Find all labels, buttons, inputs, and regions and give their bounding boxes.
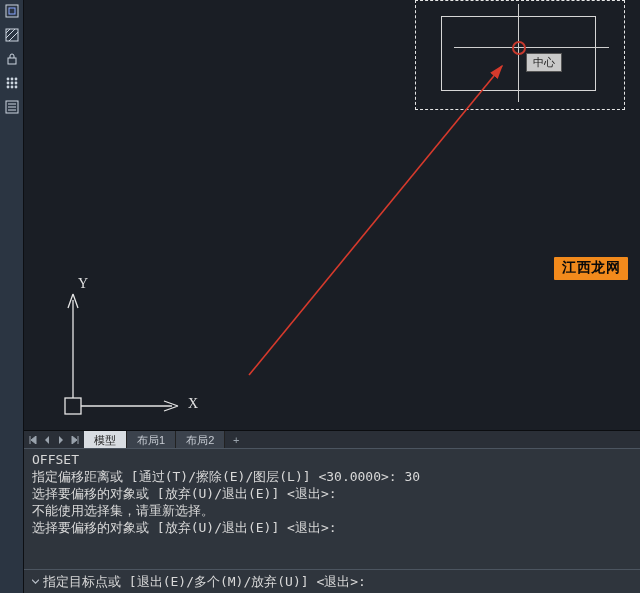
tab-label: 布局2 xyxy=(186,433,214,448)
svg-point-11 xyxy=(10,82,13,85)
tab-nav-first[interactable] xyxy=(26,432,40,448)
command-input-row[interactable]: 指定目标点或 [退出(E)/多个(M)/放弃(U)] <退出>: xyxy=(24,570,640,593)
tab-nav-prev[interactable] xyxy=(40,432,54,448)
command-line: 选择要偏移的对象或 [放弃(U)/退出(E)] <退出>: xyxy=(32,519,634,536)
svg-rect-6 xyxy=(8,58,16,64)
watermark: 江西龙网 xyxy=(554,257,628,280)
ucs-y-label: Y xyxy=(78,276,88,292)
snap-marker-center xyxy=(512,41,526,55)
svg-point-15 xyxy=(14,86,17,89)
command-line: OFFSET xyxy=(32,451,634,468)
cursor-crosshair-h xyxy=(454,47,609,48)
command-line: 不能使用选择集，请重新选择。 xyxy=(32,502,634,519)
ucs-icon: Y X xyxy=(60,280,200,420)
constraint-square-icon[interactable] xyxy=(3,2,21,20)
svg-line-20 xyxy=(249,66,502,375)
grid-icon[interactable] xyxy=(3,74,21,92)
drawing-canvas[interactable]: 中心 xyxy=(24,0,640,430)
tab-label: 布局1 xyxy=(137,433,165,448)
tab-nav-last[interactable] xyxy=(68,432,82,448)
svg-point-9 xyxy=(14,78,17,81)
tab-nav-next[interactable] xyxy=(54,432,68,448)
svg-rect-0 xyxy=(6,5,18,17)
svg-line-5 xyxy=(6,29,10,33)
command-line: 选择要偏移的对象或 [放弃(U)/退出(E)] <退出>: xyxy=(32,485,634,502)
hatch-icon[interactable] xyxy=(3,26,21,44)
plus-icon: + xyxy=(233,434,239,446)
left-toolbar xyxy=(0,0,24,593)
svg-point-10 xyxy=(6,82,9,85)
snap-tooltip: 中心 xyxy=(526,53,562,72)
chevron-down-icon xyxy=(32,578,39,585)
command-history[interactable]: OFFSET指定偏移距离或 [通过(T)/擦除(E)/图层(L)] <30.00… xyxy=(24,449,640,569)
properties-icon[interactable] xyxy=(3,98,21,116)
lock-icon[interactable] xyxy=(3,50,21,68)
tab-model[interactable]: 模型 xyxy=(84,431,127,448)
command-line: 指定偏移距离或 [通过(T)/擦除(E)/图层(L)] <30.0000>: 3… xyxy=(32,468,634,485)
command-window: OFFSET指定偏移距离或 [通过(T)/擦除(E)/图层(L)] <30.00… xyxy=(24,448,640,593)
svg-point-7 xyxy=(6,78,9,81)
svg-point-12 xyxy=(14,82,17,85)
layout-tabs-bar: 模型 布局1 布局2 + xyxy=(24,430,640,448)
svg-point-13 xyxy=(6,86,9,89)
command-prompt: 指定目标点或 [退出(E)/多个(M)/放弃(U)] <退出>: xyxy=(43,573,366,590)
selection-marquee: 中心 xyxy=(415,0,625,110)
ucs-x-label: X xyxy=(188,396,198,412)
tab-layout1[interactable]: 布局1 xyxy=(127,431,176,448)
svg-rect-21 xyxy=(65,398,81,414)
tab-label: 模型 xyxy=(94,433,116,448)
svg-point-8 xyxy=(10,78,13,81)
svg-point-14 xyxy=(10,86,13,89)
tab-layout2[interactable]: 布局2 xyxy=(176,431,225,448)
svg-rect-1 xyxy=(9,8,15,14)
tab-add-button[interactable]: + xyxy=(225,431,247,448)
